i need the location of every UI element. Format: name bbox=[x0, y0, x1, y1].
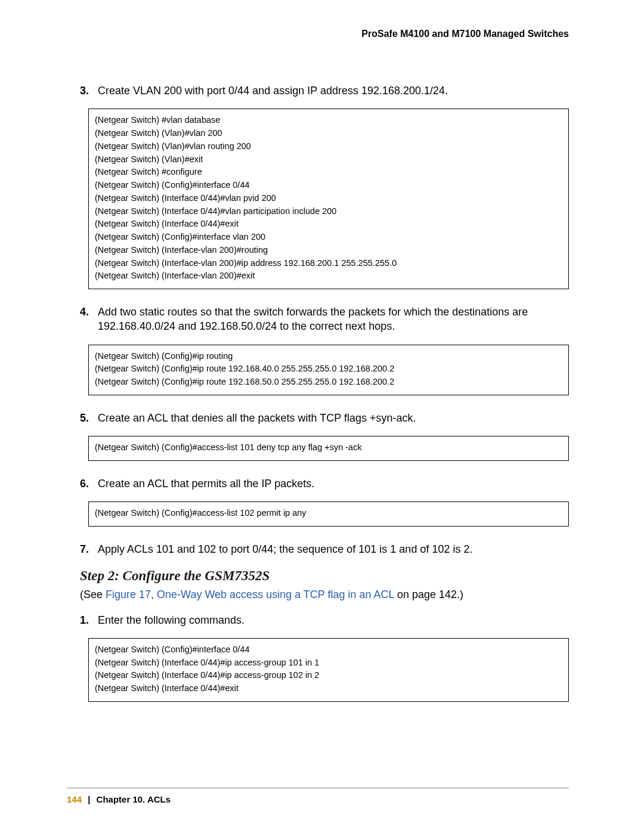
code-block-interface: (Netgear Switch) (Config)#interface 0/44… bbox=[88, 638, 569, 702]
step-number: 6. bbox=[80, 476, 98, 491]
step-text: Create VLAN 200 with port 0/44 and assig… bbox=[98, 83, 569, 98]
step-1-section2: 1. Enter the following commands. bbox=[67, 613, 569, 627]
step-7: 7. Apply ACLs 101 and 102 to port 0/44; … bbox=[67, 542, 569, 556]
step-number: 3. bbox=[80, 83, 98, 98]
code-block-routes: (Netgear Switch) (Config)#ip routing (Ne… bbox=[88, 345, 569, 395]
step-number: 7. bbox=[80, 542, 98, 556]
document-header: ProSafe M4100 and M7100 Managed Switches bbox=[361, 29, 569, 39]
desc-prefix: (See bbox=[80, 589, 106, 600]
section-description: (See Figure 17, One-Way Web access using… bbox=[80, 587, 569, 602]
step-4: 4. Add two static routes so that the swi… bbox=[67, 305, 569, 334]
step-number: 1. bbox=[80, 613, 98, 627]
step-number: 5. bbox=[80, 411, 98, 425]
page-number: 144 bbox=[67, 794, 82, 804]
chapter-label: Chapter 10. ACLs bbox=[97, 794, 171, 804]
step-text: Create an ACL that denies all the packet… bbox=[98, 411, 569, 425]
figure-link[interactable]: Figure 17, One-Way Web access using a TC… bbox=[106, 589, 394, 600]
code-block-acl-deny: (Netgear Switch) (Config)#access-list 10… bbox=[88, 436, 569, 461]
desc-suffix: on page 142.) bbox=[394, 589, 463, 600]
page-footer: 144 | Chapter 10. ACLs bbox=[67, 788, 569, 804]
main-content: 3. Create VLAN 200 with port 0/44 and as… bbox=[67, 83, 569, 702]
section-heading-step2: Step 2: Configure the GSM7352S bbox=[80, 568, 569, 584]
step-text: Add two static routes so that the switch… bbox=[98, 305, 569, 334]
step-text: Apply ACLs 101 and 102 to port 0/44; the… bbox=[98, 542, 569, 556]
footer-separator: | bbox=[88, 794, 90, 804]
code-block-vlan: (Netgear Switch) #vlan database (Netgear… bbox=[88, 109, 569, 289]
step-number: 4. bbox=[80, 305, 98, 334]
step-text: Create an ACL that permits all the IP pa… bbox=[98, 476, 569, 491]
code-block-acl-permit: (Netgear Switch) (Config)#access-list 10… bbox=[88, 501, 569, 527]
page-content: ProSafe M4100 and M7100 Managed Switches… bbox=[67, 0, 569, 833]
step-3: 3. Create VLAN 200 with port 0/44 and as… bbox=[67, 83, 569, 98]
step-text: Enter the following commands. bbox=[98, 613, 569, 627]
step-6: 6. Create an ACL that permits all the IP… bbox=[67, 476, 569, 491]
step-5: 5. Create an ACL that denies all the pac… bbox=[67, 411, 569, 425]
